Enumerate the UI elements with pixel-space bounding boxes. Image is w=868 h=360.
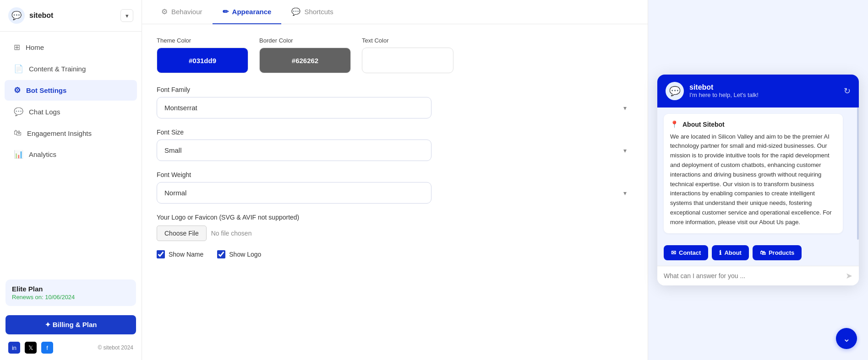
chat-message-icon: 📍 — [670, 120, 679, 129]
tab-behaviour[interactable]: ⚙ Behaviour — [151, 0, 213, 24]
chat-preview-panel: 💬 sitebot I'm here to help, Let's talk! … — [648, 0, 868, 360]
chat-bot-name: sitebot — [689, 83, 838, 91]
font-family-select[interactable]: Montserrat Arial Roboto Open Sans — [157, 97, 431, 118]
chat-avatar: 💬 — [666, 82, 684, 100]
chat-message-group: 📍 About Sitebot We are located in Silico… — [664, 114, 843, 234]
nav-icon-home: ⊞ — [14, 43, 20, 52]
font-weight-group: Font Weight Normal Bold Light ▾ — [157, 171, 633, 204]
show-name-label: Show Name — [169, 251, 203, 258]
billing-plan-button[interactable]: ✦ Billing & Plan — [5, 315, 136, 334]
sidebar-item-analytics[interactable]: 📊 Analytics — [5, 144, 137, 165]
sidebar-item-engagement[interactable]: 🛍 Engagement Insights — [5, 123, 137, 143]
quick-reply-icon: ✉ — [671, 249, 676, 256]
sidebar-nav: ⊞ Home📄 Content & Training⚙ Bot Settings… — [0, 32, 142, 275]
font-family-chevron-icon: ▾ — [623, 104, 627, 112]
checkbox-row: Show Name Show Logo — [157, 250, 633, 258]
nav-label-engagement: Engagement Insights — [27, 129, 92, 137]
chat-input[interactable] — [664, 272, 842, 279]
chat-message-header: 📍 About Sitebot — [670, 120, 836, 129]
font-size-group: Font Size Small Medium Large ▾ — [157, 129, 633, 161]
sidebar-item-home[interactable]: ⊞ Home — [5, 37, 137, 58]
border-color-value: #626262 — [292, 57, 318, 64]
chat-widget: 💬 sitebot I'm here to help, Let's talk! … — [657, 75, 859, 286]
send-icon[interactable]: ➤ — [846, 271, 852, 281]
show-logo-label: Show Logo — [229, 251, 261, 258]
show-name-checkbox[interactable] — [157, 250, 165, 258]
nav-icon-bot-settings: ⚙ — [14, 86, 21, 95]
chat-fab-button[interactable]: ⌄ — [836, 328, 857, 349]
color-section: Theme Color #031dd9 Border Color #626262… — [157, 37, 633, 73]
quick-reply-label: Contact — [679, 249, 701, 256]
logo-section: Your Logo or Favicon (SVG & AVIF not sup… — [157, 214, 633, 241]
theme-color-swatch[interactable]: #031dd9 — [157, 48, 248, 73]
tab-label-shortcuts: Shortcuts — [304, 8, 333, 16]
font-size-chevron-icon: ▾ — [623, 147, 627, 154]
plan-name: Elite Plan — [12, 285, 130, 293]
no-file-text: No file chosen — [211, 230, 252, 237]
chat-input-row: ➤ — [657, 266, 859, 285]
form-area: Theme Color #031dd9 Border Color #626262… — [142, 24, 648, 360]
sidebar-plan-box: Elite Plan Renews on: 10/06/2024 — [5, 279, 136, 306]
sidebar: 💬 sitebot ▾ ⊞ Home📄 Content & Training⚙ … — [0, 0, 142, 360]
text-color-swatch[interactable] — [362, 48, 453, 73]
quick-reply-label: About — [724, 249, 742, 256]
facebook-icon[interactable]: f — [41, 342, 53, 354]
chat-header-info: sitebot I'm here to help, Let's talk! — [689, 83, 838, 98]
tab-label-behaviour: Behaviour — [171, 8, 202, 16]
chat-scrollbar — [857, 107, 859, 240]
font-weight-select[interactable]: Normal Bold Light — [157, 182, 431, 204]
show-logo-checkbox-item[interactable]: Show Logo — [217, 250, 261, 258]
font-family-group: Font Family Montserrat Arial Roboto Open… — [157, 86, 633, 118]
border-color-label: Border Color — [259, 37, 351, 44]
border-color-swatch[interactable]: #626262 — [259, 48, 351, 73]
quick-reply-contact[interactable]: ✉ Contact — [664, 245, 708, 260]
copyright-text: © sitebot 2024 — [98, 344, 133, 351]
font-size-select-wrapper: Small Medium Large ▾ — [157, 140, 633, 161]
quick-reply-about[interactable]: ℹ About — [712, 245, 749, 260]
quick-reply-products[interactable]: 🛍 Products — [753, 245, 802, 260]
font-weight-chevron-icon: ▾ — [623, 189, 627, 197]
sidebar-header: 💬 sitebot ▾ — [0, 0, 142, 32]
linkedin-icon[interactable]: in — [8, 342, 20, 354]
theme-color-label: Theme Color — [157, 37, 248, 44]
nav-label-chat-logs: Chat Logs — [29, 108, 60, 116]
tabs-bar: ⚙ Behaviour✏ Appearance💬 Shortcuts — [142, 0, 648, 24]
tab-icon-appearance: ✏ — [223, 7, 229, 16]
tab-appearance[interactable]: ✏ Appearance — [213, 0, 282, 24]
quick-reply-icon: 🛍 — [760, 249, 766, 256]
sidebar-item-chat-logs[interactable]: 💬 Chat Logs — [5, 102, 137, 122]
nav-label-bot-settings: Bot Settings — [26, 86, 66, 94]
border-color-group: Border Color #626262 — [259, 37, 351, 73]
chat-message-title: About Sitebot — [682, 121, 725, 128]
show-name-checkbox-item[interactable]: Show Name — [157, 250, 203, 258]
sidebar-item-content[interactable]: 📄 Content & Training — [5, 59, 137, 79]
plan-renew: Renews on: 10/06/2024 — [12, 294, 130, 301]
file-input-row: Choose File No file chosen — [157, 226, 633, 241]
main-content: ⚙ Behaviour✏ Appearance💬 Shortcuts Theme… — [142, 0, 648, 360]
nav-label-analytics: Analytics — [29, 150, 56, 158]
chat-refresh-icon[interactable]: ↻ — [844, 86, 851, 96]
sidebar-item-bot-settings[interactable]: ⚙ Bot Settings — [5, 80, 137, 101]
nav-icon-engagement: 🛍 — [14, 129, 22, 138]
text-color-label: Text Color — [362, 37, 453, 44]
logo-label: Your Logo or Favicon (SVG & AVIF not sup… — [157, 214, 633, 221]
sidebar-logo-icon: 💬 — [8, 7, 25, 24]
sidebar-footer: in 𝕏 f © sitebot 2024 — [0, 337, 142, 360]
nav-icon-chat-logs: 💬 — [14, 107, 23, 117]
font-family-label: Font Family — [157, 86, 633, 93]
show-logo-checkbox[interactable] — [217, 250, 225, 258]
tab-shortcuts[interactable]: 💬 Shortcuts — [281, 0, 343, 24]
quick-reply-icon: ℹ — [719, 249, 721, 256]
nav-icon-content: 📄 — [14, 64, 23, 74]
sidebar-dropdown-button[interactable]: ▾ — [120, 9, 133, 22]
sidebar-bot-name: sitebot — [29, 11, 116, 20]
quick-reply-label: Products — [769, 249, 794, 256]
choose-file-button[interactable]: Choose File — [157, 226, 207, 241]
theme-color-group: Theme Color #031dd9 — [157, 37, 248, 73]
x-icon[interactable]: 𝕏 — [25, 342, 37, 354]
chat-fab-icon: ⌄ — [843, 333, 851, 344]
font-weight-select-wrapper: Normal Bold Light ▾ — [157, 182, 633, 204]
social-icons: in 𝕏 f — [8, 342, 53, 354]
font-weight-label: Font Weight — [157, 171, 633, 178]
font-size-select[interactable]: Small Medium Large — [157, 140, 431, 161]
